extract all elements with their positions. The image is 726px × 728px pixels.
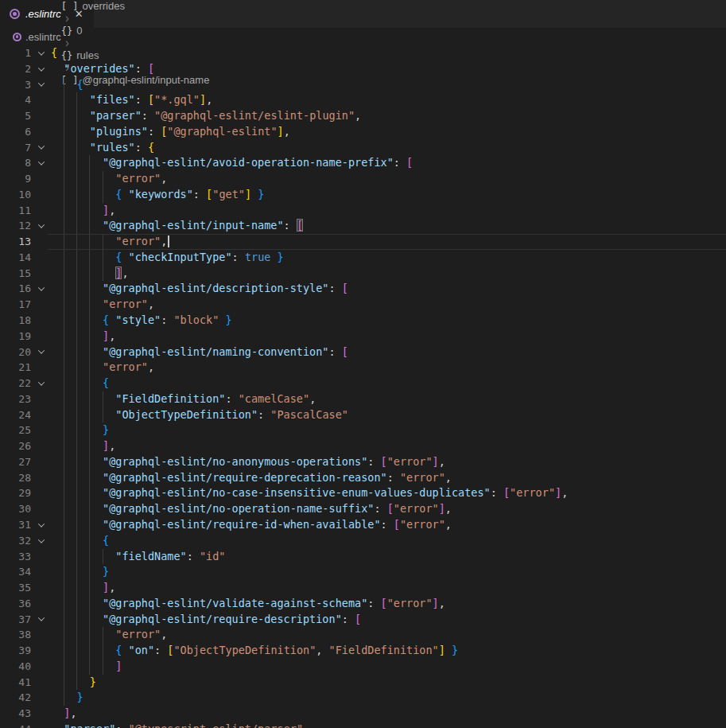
line-number: 29 [0,485,31,501]
code-line[interactable]: 35 ], [0,580,726,596]
code-text: ], [51,580,726,596]
fold-chevron-icon[interactable] [31,45,51,61]
code-line[interactable]: 34 } [0,564,726,580]
fold-gutter [31,250,51,266]
code-line[interactable]: 22 { [0,376,726,391]
code-text: "fieldName": "id" [51,549,726,565]
fold-chevron-icon[interactable] [31,140,51,156]
fold-chevron-icon[interactable] [31,155,51,171]
line-number: 25 [0,422,31,438]
code-line[interactable]: 20 "@graphql-eslint/naming-convention": … [0,345,726,360]
code-text: { [51,77,726,93]
code-line[interactable]: 2 "overrides": [ [0,61,726,77]
code-line[interactable]: 3 { [0,77,726,93]
code-text: "ObjectTypeDefinition": "PascalCase" [51,407,726,423]
fold-gutter [31,690,51,706]
code-text: "rules": { [51,140,726,156]
fold-gutter [31,722,51,728]
code-line[interactable]: 29 "@graphql-eslint/no-case-insensitive-… [0,485,726,501]
code-text: "@graphql-eslint/no-case-insensitive-enu… [51,485,726,501]
code-text: "error", [51,297,726,313]
fold-gutter [31,329,51,345]
line-number: 23 [0,391,31,407]
code-line[interactable]: 8 "@graphql-eslint/avoid-operation-name-… [0,155,726,171]
fold-gutter [31,203,51,219]
chevron-right-icon: › [65,10,70,26]
line-number: 34 [0,564,31,580]
breadcrumb-file-label: .eslintrc [25,31,61,43]
line-number: 44 [0,722,31,728]
fold-chevron-icon[interactable] [31,345,51,360]
code-line[interactable]: 21 "error", [0,360,726,376]
breadcrumb-item-0[interactable]: {}0 [61,25,210,37]
code-text: { [51,376,726,391]
code-line[interactable]: 27 "@graphql-eslint/no-anonymous-operati… [0,454,726,470]
code-line[interactable]: 18 { "style": "block" } [0,313,726,329]
code-line[interactable]: 26 ], [0,438,726,454]
code-text: } [51,675,726,691]
code-line[interactable]: 24 "ObjectTypeDefinition": "PascalCase" [0,407,726,423]
code-line[interactable]: 40 ] [0,659,726,675]
fold-chevron-icon[interactable] [31,77,51,93]
breadcrumb-file[interactable]: .eslintrc [13,31,61,43]
fold-gutter [31,549,51,565]
code-line[interactable]: 6 "plugins": ["@graphql-eslint"], [0,124,726,140]
code-line[interactable]: 36 "@graphql-eslint/validate-against-sch… [0,596,726,612]
fold-gutter [31,501,51,517]
code-line[interactable]: 16 "@graphql-eslint/description-style": … [0,281,726,297]
fold-gutter [31,360,51,376]
code-line[interactable]: 44 "parser": "@typescript-eslint/parser" [0,722,726,728]
line-number: 24 [0,407,31,423]
code-line[interactable]: 23 "FieldDefinition": "camelCase", [0,391,726,407]
code-line[interactable]: 28 "@graphql-eslint/require-deprecation-… [0,470,726,486]
fold-chevron-icon[interactable] [31,218,51,234]
code-line[interactable]: 30 "@graphql-eslint/no-operation-name-su… [0,501,726,517]
text-cursor [168,236,169,247]
fold-chevron-icon[interactable] [31,61,51,77]
fold-chevron-icon[interactable] [31,376,51,391]
code-line[interactable]: 39 { "on": ["ObjectTypeDefinition", "Fie… [0,643,726,659]
breadcrumb-item-overrides[interactable]: [ ]overrides [61,0,210,12]
code-line[interactable]: 7 "rules": { [0,140,726,156]
code-line[interactable]: 11 ], [0,203,726,219]
code-text: "@graphql-eslint/require-id-when-availab… [51,517,726,533]
code-line[interactable]: 5 "parser": "@graphql-eslint/eslint-plug… [0,108,726,124]
code-text: { [51,45,726,61]
tab-title: .eslintrc [25,8,61,20]
code-line[interactable]: 31 "@graphql-eslint/require-id-when-avai… [0,517,726,533]
line-number: 42 [0,690,31,706]
code-text: "files": ["*.gql"], [51,92,726,108]
code-line[interactable]: 33 "fieldName": "id" [0,549,726,565]
fold-chevron-icon[interactable] [31,517,51,533]
code-line[interactable]: 43 ], [0,706,726,722]
fold-gutter [31,171,51,187]
code-line[interactable]: 19 ], [0,329,726,345]
code-line[interactable]: 10 { "keywords": ["get"] } [0,187,726,203]
fold-chevron-icon[interactable] [31,533,51,549]
code-text: { [51,533,726,549]
code-text: } [51,422,726,438]
code-line[interactable]: 38 "error", [0,627,726,643]
code-line[interactable]: 1{ [0,45,726,61]
code-line[interactable]: 15 ], [0,266,726,282]
code-text: "FieldDefinition": "camelCase", [51,391,726,407]
fold-chevron-icon[interactable] [31,612,51,628]
code-editor[interactable]: 1{2 "overrides": [3 {4 "files": ["*.gql"… [0,45,726,728]
code-line[interactable]: 9 "error", [0,171,726,187]
code-line[interactable]: 37 "@graphql-eslint/require-description"… [0,612,726,628]
fold-chevron-icon[interactable] [31,281,51,297]
code-text: "@graphql-eslint/validate-against-schema… [51,596,726,612]
fold-gutter [31,627,51,643]
code-line[interactable]: 17 "error", [0,297,726,313]
code-line[interactable]: 41 } [0,675,726,691]
line-number: 31 [0,517,31,533]
code-line[interactable]: 25 } [0,422,726,438]
code-line[interactable]: 14 { "checkInputType": true } [0,250,726,266]
code-line[interactable]: 12 "@graphql-eslint/input-name": [ [0,218,726,234]
code-line[interactable]: 42 } [0,690,726,706]
code-line[interactable]: 32 { [0,533,726,549]
code-line[interactable]: 4 "files": ["*.gql"], [0,92,726,108]
fold-gutter [31,659,51,675]
code-line[interactable]: 13 "error", [0,234,726,250]
symbol-array-icon: [ ] [61,1,79,12]
